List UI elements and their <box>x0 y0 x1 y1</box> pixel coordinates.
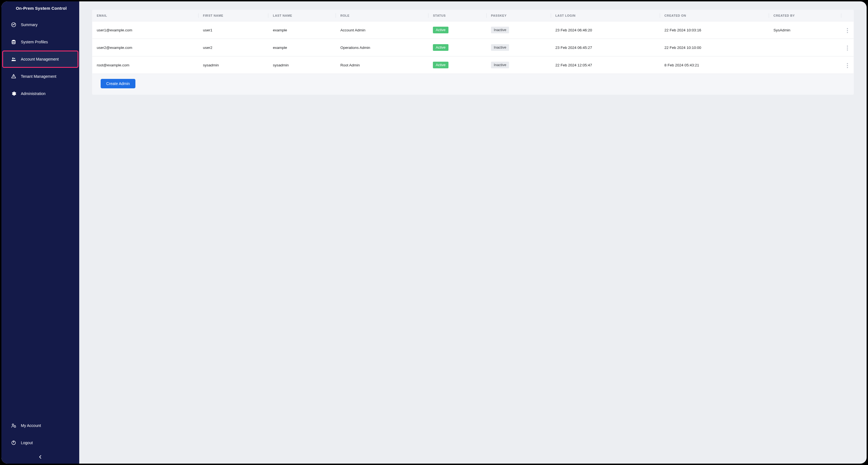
table-row[interactable]: user1@example.com user1 example Account … <box>92 22 854 39</box>
column-header-status[interactable]: Status <box>428 10 487 22</box>
sidebar-item-label: Administration <box>21 91 72 96</box>
cell-first-name: sysadmin <box>198 56 269 74</box>
sidebar-item-label: System Profiles <box>21 40 72 44</box>
row-actions <box>841 56 854 74</box>
gear-icon <box>11 91 17 96</box>
accounts-panel: Email First Name Last Name Role Status P… <box>92 10 854 95</box>
passkey-badge: Inactive <box>491 62 509 68</box>
cell-status: Active <box>428 56 487 74</box>
cell-created-on: 22 Feb 2024 10:03:16 <box>660 22 769 39</box>
cell-created-by <box>769 56 841 74</box>
sidebar-item-label: Logout <box>21 440 72 445</box>
cell-role: Operations Admin <box>336 39 428 56</box>
cell-email: user1@example.com <box>92 22 198 39</box>
cell-first-name: user1 <box>198 22 269 39</box>
svg-point-4 <box>12 424 13 425</box>
cell-passkey: Inactive <box>487 39 551 56</box>
cell-created-by: SysAdmin <box>769 22 841 39</box>
more-menu-icon[interactable] <box>846 62 849 69</box>
sidebar-item-label: Summary <box>21 23 72 27</box>
sidebar-nav: Summary System Profiles Account Manageme… <box>1 15 79 103</box>
column-header-role[interactable]: Role <box>336 10 428 22</box>
column-header-passkey[interactable]: Passkey <box>487 10 551 22</box>
sidebar-item-label: Account Management <box>21 57 72 61</box>
column-header-email[interactable]: Email <box>92 10 198 22</box>
sidebar-collapse-button[interactable] <box>1 452 79 464</box>
cell-last-login: 23 Feb 2024 06:46:20 <box>551 22 660 39</box>
cell-passkey: Inactive <box>487 56 551 74</box>
column-header-first-name[interactable]: First Name <box>198 10 269 22</box>
sidebar: On-Prem System Control Summary System Pr… <box>1 1 79 464</box>
people-icon <box>11 56 17 62</box>
accounts-table: Email First Name Last Name Role Status P… <box>92 10 854 74</box>
sidebar-bottom: My Account Logout <box>1 417 79 464</box>
tenant-icon <box>11 74 17 79</box>
row-actions <box>841 39 854 56</box>
cell-last-login: 22 Feb 2024 12:05:47 <box>551 56 660 74</box>
main-content: Email First Name Last Name Role Status P… <box>79 1 867 464</box>
power-icon <box>11 440 17 445</box>
cell-last-login: 23 Feb 2024 06:45:27 <box>551 39 660 56</box>
svg-rect-5 <box>14 426 16 428</box>
sidebar-title: On-Prem System Control <box>1 1 79 15</box>
sidebar-item-system-profiles[interactable]: System Profiles <box>2 33 79 51</box>
cell-last-name: sysadmin <box>268 56 336 74</box>
more-menu-icon[interactable] <box>846 27 849 34</box>
user-lock-icon <box>11 423 17 428</box>
sidebar-item-summary[interactable]: Summary <box>2 16 79 33</box>
cell-email: root@example.com <box>92 56 198 74</box>
cell-created-on: 22 Feb 2024 10:10:00 <box>660 39 769 56</box>
more-menu-icon[interactable] <box>846 44 849 52</box>
column-header-created-by[interactable]: Created By <box>769 10 841 22</box>
status-badge: Active <box>433 27 448 33</box>
app-window: On-Prem System Control Summary System Pr… <box>1 1 867 464</box>
cell-role: Account Admin <box>336 22 428 39</box>
passkey-badge: Inactive <box>491 27 509 33</box>
cell-passkey: Inactive <box>487 22 551 39</box>
svg-point-1 <box>12 40 15 41</box>
status-badge: Active <box>433 62 448 68</box>
cell-created-by <box>769 39 841 56</box>
sidebar-item-administration[interactable]: Administration <box>2 85 79 102</box>
svg-point-3 <box>14 58 15 59</box>
status-badge: Active <box>433 44 448 51</box>
cell-status: Active <box>428 39 487 56</box>
sidebar-item-my-account[interactable]: My Account <box>2 417 79 434</box>
cell-last-name: example <box>268 22 336 39</box>
chevron-left-icon <box>38 455 43 461</box>
table-row[interactable]: user2@example.com user2 example Operatio… <box>92 39 854 56</box>
sidebar-item-label: Tenant Management <box>21 74 72 78</box>
create-admin-button[interactable]: Create Admin <box>101 79 135 88</box>
sidebar-item-label: My Account <box>21 423 72 428</box>
cell-first-name: user2 <box>198 39 269 56</box>
sidebar-item-tenant-management[interactable]: Tenant Management <box>2 68 79 85</box>
svg-point-2 <box>12 58 13 59</box>
passkey-badge: Inactive <box>491 44 509 51</box>
column-header-actions <box>841 10 854 22</box>
panel-footer: Create Admin <box>92 74 854 94</box>
cell-created-on: 8 Feb 2024 05:43:21 <box>660 56 769 74</box>
sidebar-item-logout[interactable]: Logout <box>2 434 79 452</box>
chart-line-icon <box>11 22 17 28</box>
cell-email: user2@example.com <box>92 39 198 56</box>
stack-icon <box>11 39 17 45</box>
cell-status: Active <box>428 22 487 39</box>
sidebar-item-account-management[interactable]: Account Management <box>2 51 79 68</box>
table-row[interactable]: root@example.com sysadmin sysadmin Root … <box>92 56 854 74</box>
column-header-created-on[interactable]: Created On <box>660 10 769 22</box>
column-header-last-login[interactable]: Last Login <box>551 10 660 22</box>
cell-last-name: example <box>268 39 336 56</box>
row-actions <box>841 22 854 39</box>
cell-role: Root Admin <box>336 56 428 74</box>
column-header-last-name[interactable]: Last Name <box>268 10 336 22</box>
